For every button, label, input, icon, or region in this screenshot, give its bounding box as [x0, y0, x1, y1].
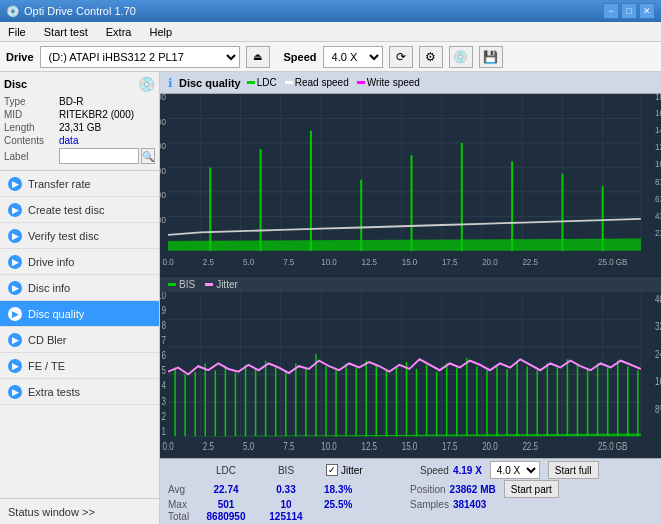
svg-text:0.0: 0.0 [162, 257, 173, 268]
quality-header-icon: ℹ [168, 76, 173, 90]
svg-text:10.0: 10.0 [321, 257, 337, 268]
svg-text:16%: 16% [655, 375, 661, 388]
label-label: Label [4, 151, 59, 162]
col-ldc: LDC [196, 465, 256, 476]
menu-help[interactable]: Help [145, 24, 176, 40]
maximize-button[interactable]: □ [621, 3, 637, 19]
svg-text:200: 200 [160, 189, 166, 200]
svg-text:15.0: 15.0 [402, 440, 418, 453]
svg-text:12X: 12X [655, 142, 661, 153]
ldc-legend-color [247, 81, 255, 84]
svg-text:100: 100 [160, 214, 166, 225]
label-icon-button[interactable]: 🔍 [141, 148, 155, 164]
bis-chart: 10 9 8 7 6 5 4 3 2 1 40% 32% 24% 16% 8% [160, 292, 661, 458]
status-window-button[interactable]: Status window >> [0, 498, 159, 524]
sidebar-item-transfer-rate[interactable]: ▶ Transfer rate [0, 171, 159, 197]
disc-refresh-icon[interactable]: 💿 [138, 76, 155, 92]
write-legend-color [357, 81, 365, 84]
svg-text:2.5: 2.5 [203, 440, 214, 453]
svg-text:5.0: 5.0 [243, 440, 254, 453]
speed-selector[interactable]: 4.0 X [323, 46, 383, 68]
svg-text:7.5: 7.5 [283, 257, 294, 268]
create-test-icon: ▶ [8, 203, 22, 217]
max-jitter: 25.5% [316, 499, 396, 510]
write-legend-label: Write speed [367, 77, 420, 88]
svg-text:4: 4 [162, 379, 167, 392]
disc-button[interactable]: 💿 [449, 46, 473, 68]
stats-bar: LDC BIS ✓ Jitter Speed 4.19 X 4.0 X Star… [160, 458, 661, 524]
svg-text:7: 7 [162, 334, 166, 347]
quality-header: ℹ Disc quality LDC Read speed Write spee… [160, 72, 661, 94]
total-label: Total [168, 511, 196, 522]
drive-selector[interactable]: (D:) ATAPI iHBS312 2 PL17 [40, 46, 240, 68]
svg-text:4X: 4X [655, 210, 661, 221]
mid-value: RITEKBR2 (000) [59, 109, 134, 120]
settings-button[interactable]: ⚙ [419, 46, 443, 68]
ldc-legend-label: LDC [257, 77, 277, 88]
eject-button[interactable]: ⏏ [246, 46, 270, 68]
svg-text:2X: 2X [655, 227, 661, 238]
sidebar-item-disc-info[interactable]: ▶ Disc info [0, 275, 159, 301]
verify-test-icon: ▶ [8, 229, 22, 243]
content-area: ℹ Disc quality LDC Read speed Write spee… [160, 72, 661, 524]
refresh-button[interactable]: ⟳ [389, 46, 413, 68]
sidebar-item-verify-test-disc[interactable]: ▶ Verify test disc [0, 223, 159, 249]
window-controls: − □ ✕ [603, 3, 655, 19]
speed-label: Speed [284, 51, 317, 63]
chart-legend: LDC Read speed Write speed [247, 77, 420, 88]
app-icon: 💿 [6, 5, 20, 18]
svg-text:6: 6 [162, 349, 166, 362]
jitter-check[interactable]: ✓ Jitter [326, 464, 406, 476]
samples-label: Samples [410, 499, 449, 510]
minimize-button[interactable]: − [603, 3, 619, 19]
col-jitter: Jitter [341, 465, 363, 476]
svg-text:17.5: 17.5 [442, 440, 458, 453]
svg-text:1: 1 [162, 425, 166, 438]
svg-text:24%: 24% [655, 348, 661, 361]
bis-legend-color [168, 283, 176, 286]
menu-file[interactable]: File [4, 24, 30, 40]
svg-text:17.5: 17.5 [442, 257, 458, 268]
svg-text:10.0: 10.0 [321, 440, 337, 453]
label-input[interactable] [59, 148, 139, 164]
sidebar-item-extra-tests[interactable]: ▶ Extra tests [0, 379, 159, 405]
max-label: Max [168, 499, 196, 510]
type-label: Type [4, 96, 59, 107]
svg-text:15.0: 15.0 [402, 257, 418, 268]
save-button[interactable]: 💾 [479, 46, 503, 68]
svg-text:25.0 GB: 25.0 GB [598, 440, 627, 453]
start-part-button[interactable]: Start part [504, 480, 559, 498]
sidebar-item-drive-info[interactable]: ▶ Drive info [0, 249, 159, 275]
svg-text:8: 8 [162, 319, 166, 332]
cd-bler-icon: ▶ [8, 333, 22, 347]
ldc-chart: 600 500 400 300 200 100 18X 16X 14X 12X … [160, 94, 661, 276]
jitter-legend-color [205, 283, 213, 286]
fe-te-icon: ▶ [8, 359, 22, 373]
position-label: Position [410, 484, 446, 495]
menu-extra[interactable]: Extra [102, 24, 136, 40]
menu-bar: File Start test Extra Help [0, 22, 661, 42]
sidebar-item-fe-te[interactable]: ▶ FE / TE [0, 353, 159, 379]
svg-text:0.0: 0.0 [162, 440, 173, 453]
close-button[interactable]: ✕ [639, 3, 655, 19]
app-title: 💿 Opti Drive Control 1.70 [6, 5, 136, 18]
jitter-checkbox[interactable]: ✓ [326, 464, 338, 476]
svg-text:500: 500 [160, 116, 166, 127]
read-legend-label: Read speed [295, 77, 349, 88]
sidebar-item-create-test-disc[interactable]: ▶ Create test disc [0, 197, 159, 223]
quality-title: Disc quality [179, 77, 241, 89]
avg-ldc: 22.74 [196, 484, 256, 495]
svg-text:9: 9 [162, 304, 166, 317]
svg-text:5.0: 5.0 [243, 257, 254, 268]
start-full-button[interactable]: Start full [548, 461, 599, 479]
avg-label: Avg [168, 484, 196, 495]
menu-start-test[interactable]: Start test [40, 24, 92, 40]
svg-text:12.5: 12.5 [361, 257, 377, 268]
sidebar-item-disc-quality[interactable]: ▶ Disc quality [0, 301, 159, 327]
max-bis: 10 [256, 499, 316, 510]
sidebar-item-cd-bler[interactable]: ▶ CD Bler [0, 327, 159, 353]
samples-val: 381403 [453, 499, 486, 510]
speed-select-small[interactable]: 4.0 X [490, 461, 540, 479]
svg-text:10: 10 [160, 292, 166, 301]
position-val: 23862 MB [450, 484, 496, 495]
